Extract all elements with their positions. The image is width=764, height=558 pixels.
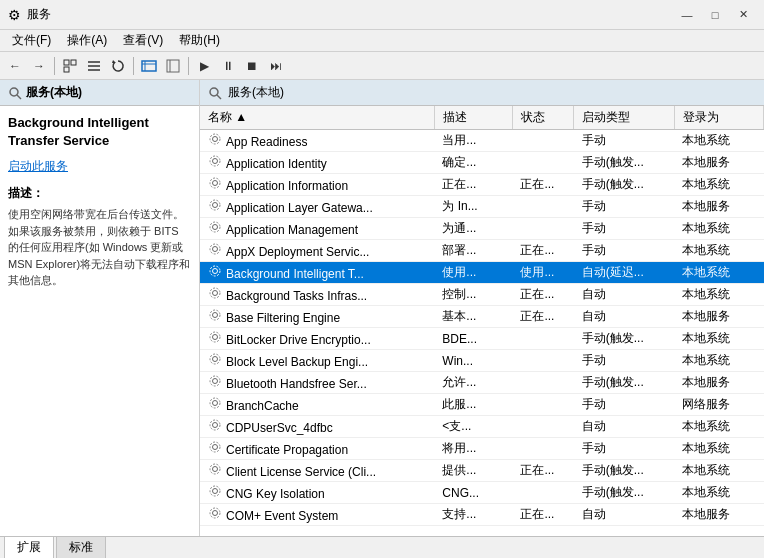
service-icon xyxy=(208,286,222,300)
table-row[interactable]: Bluetooth Handsfree Ser...允许...手动(触发...本… xyxy=(200,372,764,394)
table-row[interactable]: Application Identity确定...手动(触发...本地服务 xyxy=(200,152,764,174)
svg-point-19 xyxy=(210,156,220,166)
play-button[interactable]: ▶ xyxy=(193,55,215,77)
service-desc-cell: 允许... xyxy=(434,372,512,394)
menu-bar: 文件(F) 操作(A) 查看(V) 帮助(H) xyxy=(0,30,764,52)
description-label: 描述： xyxy=(8,185,191,202)
left-panel-title: 服务(本地) xyxy=(26,84,82,101)
pause-button[interactable]: ⏸ xyxy=(217,55,239,77)
service-icon xyxy=(208,462,222,476)
search-icon-left xyxy=(8,86,22,100)
svg-point-29 xyxy=(210,266,220,276)
service-login-cell: 本地系统 xyxy=(674,240,763,262)
close-button[interactable]: ✕ xyxy=(730,5,756,25)
service-icon xyxy=(208,308,222,322)
service-desc-cell: 此服... xyxy=(434,394,512,416)
table-row[interactable]: AppX Deployment Servic...部署...正在...手动本地系… xyxy=(200,240,764,262)
service-desc-cell: 支持... xyxy=(434,504,512,526)
title-bar-left: ⚙ 服务 xyxy=(8,6,51,23)
right-panel: 服务(本地) 名称 ▲ 描述 状态 启动类型 登录为 App Readiness… xyxy=(200,80,764,536)
service-starttype-cell: 自动(延迟... xyxy=(574,262,674,284)
start-service-link[interactable]: 启动此服务 xyxy=(8,158,68,175)
service-desc-cell: BDE... xyxy=(434,328,512,350)
right-panel-title: 服务(本地) xyxy=(228,84,284,101)
svg-point-23 xyxy=(210,200,220,210)
service-status-cell xyxy=(512,218,573,240)
tab-expand[interactable]: 扩展 xyxy=(4,536,54,558)
export-button[interactable] xyxy=(138,55,160,77)
svg-point-28 xyxy=(213,269,218,274)
toolbar-separator-1 xyxy=(54,57,55,75)
menu-view[interactable]: 查看(V) xyxy=(115,30,171,51)
service-starttype-cell: 手动 xyxy=(574,438,674,460)
table-row[interactable]: COM+ Event System支持...正在...自动本地服务 xyxy=(200,504,764,526)
svg-rect-1 xyxy=(71,60,76,65)
stop-button[interactable]: ⏹ xyxy=(241,55,263,77)
minimize-button[interactable]: — xyxy=(674,5,700,25)
toolbar-separator-2 xyxy=(133,57,134,75)
svg-point-18 xyxy=(213,159,218,164)
menu-file[interactable]: 文件(F) xyxy=(4,30,59,51)
back-button[interactable]: ← xyxy=(4,55,26,77)
service-starttype-cell: 手动(触发... xyxy=(574,482,674,504)
svg-rect-7 xyxy=(142,61,156,71)
table-row[interactable]: BranchCache此服...手动网络服务 xyxy=(200,394,764,416)
col-header-login[interactable]: 登录为 xyxy=(674,106,763,130)
show-console-tree-button[interactable] xyxy=(59,55,81,77)
maximize-button[interactable]: □ xyxy=(702,5,728,25)
table-row[interactable]: Application Layer Gatewa...为 In...手动本地服务 xyxy=(200,196,764,218)
col-header-starttype[interactable]: 启动类型 xyxy=(574,106,674,130)
tab-standard[interactable]: 标准 xyxy=(56,536,106,558)
forward-button[interactable]: → xyxy=(28,55,50,77)
service-desc-cell: 提供... xyxy=(434,460,512,482)
service-icon xyxy=(208,242,222,256)
service-desc-cell: 当用... xyxy=(434,130,512,152)
refresh-button[interactable] xyxy=(107,55,129,77)
service-status-cell: 正在... xyxy=(512,460,573,482)
service-status-cell xyxy=(512,482,573,504)
service-status-cell: 正在... xyxy=(512,504,573,526)
service-login-cell: 本地系统 xyxy=(674,460,763,482)
svg-point-17 xyxy=(210,134,220,144)
service-desc-cell: 为通... xyxy=(434,218,512,240)
table-row[interactable]: CDPUserSvc_4dfbc<支...自动本地系统 xyxy=(200,416,764,438)
service-icon xyxy=(208,198,222,212)
service-login-cell: 本地服务 xyxy=(674,152,763,174)
table-row[interactable]: Application Information正在...正在...手动(触发..… xyxy=(200,174,764,196)
table-row[interactable]: Block Level Backup Engi...Win...手动本地系统 xyxy=(200,350,764,372)
col-header-status[interactable]: 状态 xyxy=(512,106,573,130)
table-row[interactable]: CNG Key IsolationCNG...手动(触发...本地系统 xyxy=(200,482,764,504)
help-button[interactable] xyxy=(162,55,184,77)
title-bar-controls: — □ ✕ xyxy=(674,5,756,25)
service-name-cell: CDPUserSvc_4dfbc xyxy=(226,421,333,435)
service-name-cell: Bluetooth Handsfree Ser... xyxy=(226,377,367,391)
menu-action[interactable]: 操作(A) xyxy=(59,30,115,51)
svg-point-31 xyxy=(210,288,220,298)
table-row[interactable]: Background Intelligent T...使用...使用...自动(… xyxy=(200,262,764,284)
title-bar: ⚙ 服务 — □ ✕ xyxy=(0,0,764,30)
service-icon xyxy=(208,418,222,432)
services-table: 名称 ▲ 描述 状态 启动类型 登录为 App Readiness当用...手动… xyxy=(200,106,764,536)
service-name-cell: AppX Deployment Servic... xyxy=(226,245,369,259)
table-row[interactable]: Client License Service (Cli...提供...正在...… xyxy=(200,460,764,482)
col-header-desc[interactable]: 描述 xyxy=(434,106,512,130)
svg-point-20 xyxy=(213,181,218,186)
col-header-name[interactable]: 名称 ▲ xyxy=(200,106,434,130)
menu-help[interactable]: 帮助(H) xyxy=(171,30,228,51)
service-icon xyxy=(208,330,222,344)
service-login-cell: 本地系统 xyxy=(674,218,763,240)
show-list-button[interactable] xyxy=(83,55,105,77)
svg-point-12 xyxy=(10,88,18,96)
table-row[interactable]: App Readiness当用...手动本地系统 xyxy=(200,130,764,152)
service-desc-cell: 为 In... xyxy=(434,196,512,218)
restart-button[interactable]: ⏭ xyxy=(265,55,287,77)
service-login-cell: 本地服务 xyxy=(674,504,763,526)
table-row[interactable]: Certificate Propagation将用...手动本地系统 xyxy=(200,438,764,460)
table-row[interactable]: Background Tasks Infras...控制...正在...自动本地… xyxy=(200,284,764,306)
table-row[interactable]: Base Filtering Engine基本...正在...自动本地服务 xyxy=(200,306,764,328)
svg-point-35 xyxy=(210,332,220,342)
service-desc-cell: 基本... xyxy=(434,306,512,328)
table-row[interactable]: BitLocker Drive Encryptio...BDE...手动(触发.… xyxy=(200,328,764,350)
service-status-cell: 正在... xyxy=(512,284,573,306)
table-row[interactable]: Application Management为通...手动本地系统 xyxy=(200,218,764,240)
